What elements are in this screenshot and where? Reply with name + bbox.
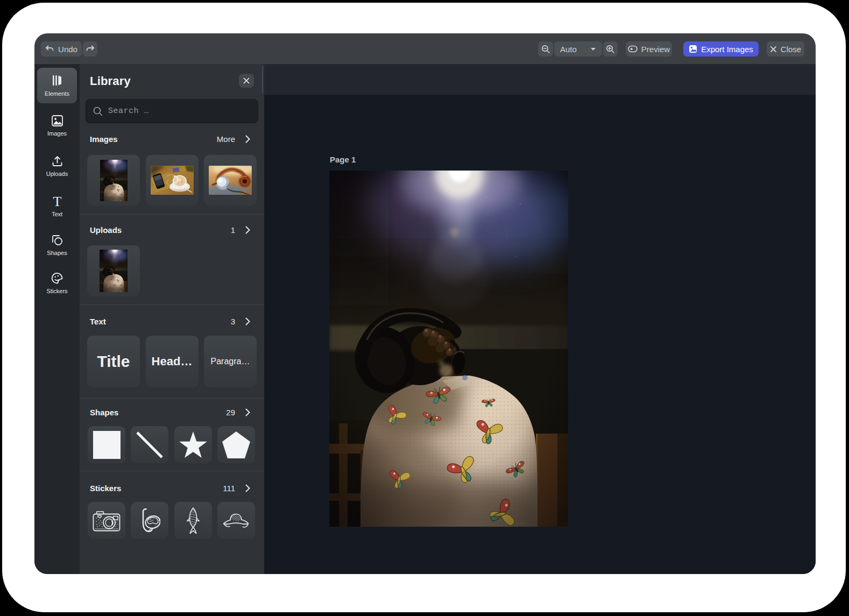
- svg-text:T: T: [53, 195, 61, 208]
